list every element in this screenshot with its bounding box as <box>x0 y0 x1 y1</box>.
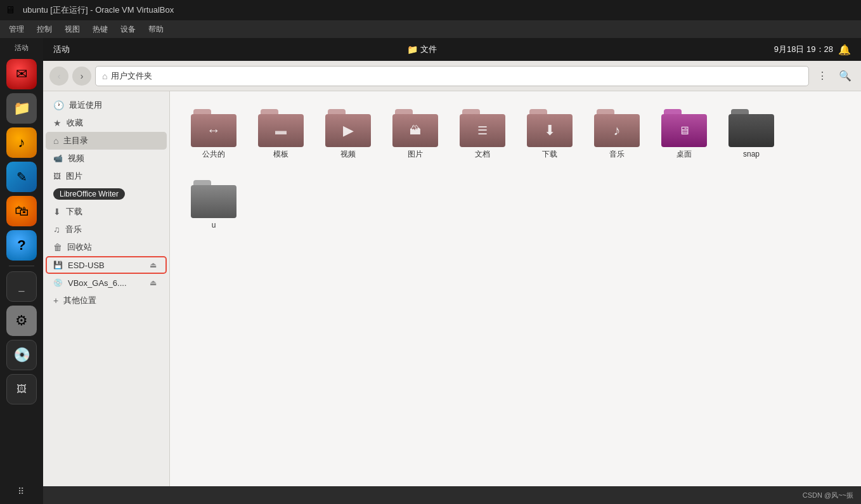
folder-music[interactable]: ♪ 音乐 <box>588 104 645 165</box>
sidebar-esd-label: ESD-USB <box>68 261 142 270</box>
dock-apps-button[interactable]: ⠿ <box>18 486 25 496</box>
menu-help[interactable]: 帮助 <box>143 22 169 37</box>
sidebar-trash-label: 回收站 <box>67 242 159 253</box>
folder-music-icon: ♪ <box>594 109 640 147</box>
terminal-icon: _ <box>19 281 25 292</box>
audio-icon: ♪ <box>18 134 25 151</box>
folder-u-label: u <box>212 221 216 231</box>
downloads-icon: ⬇ <box>53 207 61 217</box>
gnome-topbar-center: 📁 文件 <box>407 44 437 55</box>
folder-pictures-label: 图片 <box>408 150 423 160</box>
home-icon: ⌂ <box>102 71 107 81</box>
content-area: 🕐 最近使用 ★ 收藏 ⌂ 主目录 📹 视频 🖼 图片 <box>43 91 861 486</box>
sidebar-item-other[interactable]: + 其他位置 <box>46 292 167 309</box>
dock-icon-writer[interactable]: ✎ <box>6 162 37 192</box>
folder-public[interactable]: ↔ 公共的 <box>185 104 242 165</box>
folder-public-label: 公共的 <box>202 150 225 160</box>
back-button[interactable]: ‹ <box>49 67 68 86</box>
writer-icon: ✎ <box>16 169 27 184</box>
dock-icon-files[interactable]: 📁 <box>6 93 37 124</box>
menu-control[interactable]: 控制 <box>32 22 57 37</box>
more-options-button[interactable]: ⋮ <box>813 67 832 86</box>
title-bar-text: ubuntu [正在运行] - Oracle VM VirtualBox <box>23 4 856 16</box>
forward-button[interactable]: › <box>72 67 91 86</box>
folder-videos[interactable]: ▶ 视频 <box>320 104 377 165</box>
menu-view[interactable]: 视图 <box>60 22 85 37</box>
sidebar-item-pictures[interactable]: 🖼 图片 <box>46 167 167 185</box>
menu-manage[interactable]: 管理 <box>4 22 29 37</box>
settings-icon: ⚙ <box>15 313 28 329</box>
address-bar[interactable]: ⌂ 用户文件夹 <box>95 66 809 86</box>
gnome-datetime: 9月18日 19：28 <box>774 44 833 55</box>
sidebar-item-home[interactable]: ⌂ 主目录 <box>46 132 167 150</box>
sidebar-item-libreoffice[interactable]: LibreOffice Writer <box>46 185 167 203</box>
sidebar: 🕐 最近使用 ★ 收藏 ⌂ 主目录 📹 视频 🖼 图片 <box>43 91 170 486</box>
dock-icon-appstore[interactable]: 🛍 <box>6 196 37 226</box>
folder-desktop-label: 桌面 <box>676 150 692 160</box>
esd-eject-button[interactable]: ⏏ <box>147 259 159 271</box>
cd-icon: 💿 <box>13 347 30 363</box>
gnome-activities-label[interactable]: 活动 <box>53 44 70 55</box>
sidebar-item-trash[interactable]: 🗑 回收站 <box>46 238 167 256</box>
libreoffice-badge: LibreOffice Writer <box>53 188 125 200</box>
folder-documents-icon: ☰ <box>460 109 505 147</box>
dock-icon-email[interactable]: ✉ <box>6 59 37 89</box>
sidebar-home-label: 主目录 <box>63 135 159 146</box>
folder-snap-label: snap <box>743 150 760 160</box>
sidebar-videos-label: 视频 <box>68 153 159 164</box>
folder-documents[interactable]: ☰ 文档 <box>454 104 511 165</box>
files-area: ↔ 公共的 ▬ 模板 <box>170 91 861 486</box>
folder-templates[interactable]: ▬ 模板 <box>252 104 309 165</box>
folder-music-label: 音乐 <box>609 150 625 160</box>
sidebar-item-downloads[interactable]: ⬇ 下载 <box>46 203 167 221</box>
other-icon: + <box>53 295 58 306</box>
file-window-icon: 📁 <box>407 44 418 55</box>
sidebar-vbox-label: VBox_GAs_6.... <box>68 278 142 288</box>
dock-icon-terminal[interactable]: _ <box>6 271 37 302</box>
appstore-icon: 🛍 <box>15 203 29 219</box>
sidebar-item-vbox[interactable]: 💿 VBox_GAs_6.... ⏏ <box>46 274 167 292</box>
sidebar-item-esd-usb[interactable]: 💾 ESD-USB ⏏ <box>46 256 167 274</box>
sidebar-item-recent[interactable]: 🕐 最近使用 <box>46 96 167 114</box>
folder-downloads[interactable]: ⬇ 下载 <box>521 104 578 165</box>
dock-icon-thumb[interactable]: 🖼 <box>6 374 37 404</box>
recent-icon: 🕐 <box>53 100 64 110</box>
menu-device[interactable]: 设备 <box>115 22 141 37</box>
bell-icon[interactable]: 🔔 <box>838 44 851 56</box>
folder-desktop[interactable]: 🖥 桌面 <box>656 104 713 165</box>
sidebar-item-music[interactable]: ♫ 音乐 <box>46 221 167 238</box>
folder-snap[interactable]: snap <box>723 104 780 165</box>
sidebar-recent-label: 最近使用 <box>69 100 159 111</box>
status-text: CSDN @风~~振 <box>803 491 853 500</box>
menu-hotkey[interactable]: 热键 <box>87 22 113 37</box>
gnome-topbar-left: 活动 <box>53 44 70 55</box>
dock: 活动 ✉ 📁 ♪ ✎ 🛍 ? _ ⚙ 💿 🖼 <box>0 38 43 504</box>
folder-desktop-icon: 🖥 <box>661 109 707 147</box>
address-bar-text: 用户文件夹 <box>111 70 152 82</box>
gnome-app-label: 文件 <box>420 44 437 55</box>
search-button[interactable]: 🔍 <box>836 67 855 86</box>
folder-pictures[interactable]: 🏔 图片 <box>387 104 444 165</box>
dock-icon-settings[interactable]: ⚙ <box>6 306 37 336</box>
help-icon: ? <box>17 237 25 254</box>
more-icon: ⋮ <box>817 70 827 82</box>
dock-icon-audio[interactable]: ♪ <box>6 127 37 158</box>
usb-icon: 💾 <box>53 261 63 269</box>
search-icon: 🔍 <box>839 70 851 82</box>
virtualbox-icon: 🖥 <box>5 4 16 16</box>
folder-videos-label: 视频 <box>340 150 356 160</box>
files-icon: 📁 <box>13 100 30 117</box>
dock-icon-help[interactable]: ? <box>6 230 37 261</box>
folder-videos-icon: ▶ <box>325 109 371 147</box>
vbox-eject-button[interactable]: ⏏ <box>147 277 159 288</box>
sidebar-item-starred[interactable]: ★ 收藏 <box>46 114 167 132</box>
sidebar-item-videos[interactable]: 📹 视频 <box>46 150 167 167</box>
file-manager: 活动 📁 文件 9月18日 19：28 🔔 ‹ › ⌂ 用户文件夹 <box>43 38 861 504</box>
status-bar: CSDN @风~~振 <box>43 486 861 504</box>
dock-icon-cd[interactable]: 💿 <box>6 340 37 370</box>
folder-u[interactable]: u <box>185 175 242 236</box>
files-grid: ↔ 公共的 ▬ 模板 <box>185 104 846 235</box>
folder-documents-label: 文档 <box>475 150 490 160</box>
sidebar-starred-label: 收藏 <box>67 117 159 129</box>
gnome-topbar-right: 9月18日 19：28 🔔 <box>774 44 851 56</box>
